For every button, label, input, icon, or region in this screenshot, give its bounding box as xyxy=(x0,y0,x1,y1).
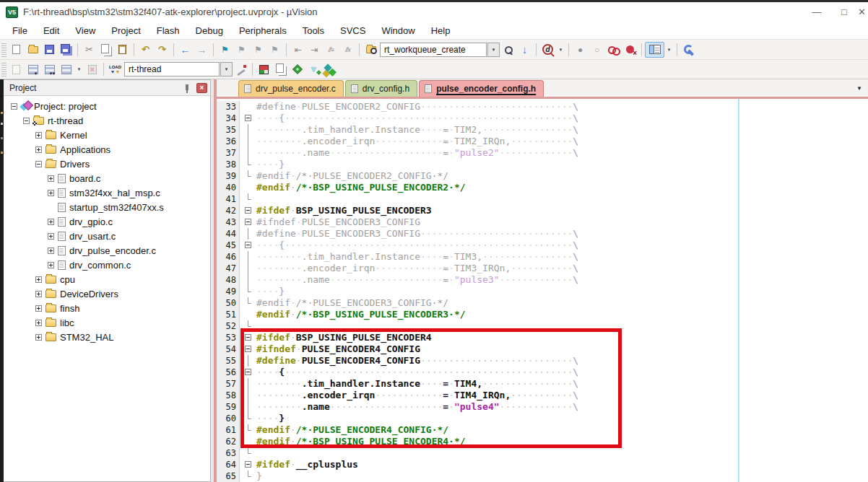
pack-diamond-button[interactable] xyxy=(289,61,305,77)
expand-icon[interactable] xyxy=(48,219,54,225)
tree-item-drv-pulse-encoder-c[interactable]: drv_pulse_encoder.c xyxy=(4,243,210,258)
save-button[interactable] xyxy=(41,42,58,58)
code-line-60[interactable]: 60····} xyxy=(217,413,868,424)
pin-icon[interactable] xyxy=(183,83,194,93)
save-all-button[interactable] xyxy=(58,42,74,58)
unindent-button[interactable]: ⇤ xyxy=(290,42,306,58)
minimize-button[interactable]: — xyxy=(803,4,830,21)
tree-item-rt-thread[interactable]: rt-thread xyxy=(4,113,210,128)
navigate-back-button[interactable]: ← xyxy=(177,42,194,58)
new-file-button[interactable] xyxy=(8,42,25,58)
code-line-65[interactable]: 65} xyxy=(217,470,868,482)
paste-button[interactable] xyxy=(114,42,131,58)
target-combo-dropdown[interactable]: ▼ xyxy=(220,62,233,76)
search-function-combo[interactable]: rt_workqueue_create xyxy=(380,43,487,57)
code-line-51[interactable]: 51#endif·/*·BSP_USING_PULSE_ENCODER3·*/ xyxy=(217,309,868,320)
collapse-icon[interactable] xyxy=(23,118,30,124)
code-line-41[interactable]: 41 xyxy=(217,193,868,205)
find-in-files-button[interactable] xyxy=(363,42,379,58)
tree-item-devicedrivers[interactable]: DeviceDrivers xyxy=(4,286,210,301)
pack-diamonds-button[interactable] xyxy=(322,61,339,77)
menu-peripherals[interactable]: Peripherals xyxy=(231,23,295,38)
incremental-find-button[interactable]: ↓ xyxy=(516,42,533,58)
stop-build-button[interactable] xyxy=(84,61,100,77)
toolbar-grip[interactable] xyxy=(1,43,6,57)
close-button[interactable]: ✕ xyxy=(858,4,868,21)
code-line-48[interactable]: 48········.name····················=·"pu… xyxy=(217,274,868,286)
code-line-64[interactable]: 64#ifdef·__cplusplus xyxy=(217,459,868,470)
undo-button[interactable]: ↶ xyxy=(137,42,154,58)
code-line-34[interactable]: 34····{·································… xyxy=(217,113,868,124)
fold-collapse-icon[interactable] xyxy=(240,459,256,470)
indent-button[interactable]: ⇥ xyxy=(306,42,323,58)
panel-close-button[interactable]: × xyxy=(196,83,207,93)
collapse-icon[interactable] xyxy=(35,161,42,167)
code-line-61[interactable]: 61#endif·/*·PULSE_ENCODER4_CONFIG·*/ xyxy=(217,424,868,436)
code-line-57[interactable]: 57········.tim_handler.Instance····=·TIM… xyxy=(217,378,868,390)
uncomment-button[interactable]: //x xyxy=(339,42,356,58)
menu-edit[interactable]: Edit xyxy=(35,23,67,38)
code-line-52[interactable]: 52 xyxy=(217,320,868,332)
code-line-59[interactable]: 59········.name····················=·"pu… xyxy=(217,401,868,413)
breakpoint-enable-all-button[interactable] xyxy=(605,42,622,58)
tree-item-drv-usart-c[interactable]: drv_usart.c xyxy=(4,229,210,243)
expand-icon[interactable] xyxy=(35,291,42,297)
code-line-42[interactable]: 42#ifdef·BSP_USING_PULSE_ENCODER3 xyxy=(217,205,868,216)
fold-collapse-icon[interactable] xyxy=(240,113,256,124)
tree-item-kernel[interactable]: Kernel xyxy=(4,128,210,142)
code-line-62[interactable]: 62#endif·/*·BSP_USING_PULSE_ENCODER4·*/ xyxy=(217,436,868,447)
caret-dropdown[interactable]: ▼ xyxy=(74,61,84,77)
expand-icon[interactable] xyxy=(48,175,54,182)
code-line-38[interactable]: 38····} xyxy=(217,159,868,170)
comment-button[interactable]: //≡ xyxy=(323,42,339,58)
rebuild-button[interactable] xyxy=(41,61,58,77)
menu-window[interactable]: Window xyxy=(373,23,422,38)
code-line-39[interactable]: 39#endif·/*·PULSE_ENCODER2_CONFIG·*/ xyxy=(217,170,868,182)
expand-icon[interactable] xyxy=(48,190,54,196)
code-line-36[interactable]: 36········.encoder_irqn············=·TIM… xyxy=(217,136,868,147)
expand-icon[interactable] xyxy=(35,334,42,341)
panel-splitter[interactable] xyxy=(211,79,217,482)
tab-pulse-encoder-config-h[interactable]: pulse_encoder_config.h xyxy=(419,80,544,97)
navigate-forward-button[interactable]: → xyxy=(194,42,210,58)
menu-svcs[interactable]: SVCS xyxy=(332,23,373,38)
code-line-53[interactable]: 53#ifdef·BSP_USING_PULSE_ENCODER4 xyxy=(217,332,868,343)
code-line-37[interactable]: 37········.name····················=·"pu… xyxy=(217,147,868,159)
caret-dropdown[interactable]: ▼ xyxy=(664,42,674,58)
debug-session-button[interactable]: d xyxy=(539,42,556,58)
tree-item-startup-stm32f407xx-s[interactable]: startup_stm32f407xx.s xyxy=(4,200,210,214)
tree-item-board-c[interactable]: board.c xyxy=(4,171,210,185)
tree-item-stm32f4xx-hal-msp-c[interactable]: stm32f4xx_hal_msp.c xyxy=(4,185,210,200)
expand-icon[interactable] xyxy=(35,146,42,153)
fold-collapse-icon[interactable] xyxy=(240,367,256,378)
build-button[interactable] xyxy=(25,61,41,77)
fold-collapse-icon[interactable] xyxy=(240,343,256,355)
menu-debug[interactable]: Debug xyxy=(188,23,231,38)
find-text-button[interactable] xyxy=(500,42,516,58)
tab-drv-config-h[interactable]: drv_config.h xyxy=(345,80,417,97)
code-line-45[interactable]: 45····{·································… xyxy=(217,240,868,251)
expand-icon[interactable] xyxy=(35,305,42,312)
code-line-43[interactable]: 43#ifndef·PULSE_ENCODER3_CONFIG xyxy=(217,216,868,228)
code-line-47[interactable]: 47········.encoder_irqn············=·TIM… xyxy=(217,263,868,274)
tree-item-cpu[interactable]: cpu xyxy=(4,272,210,286)
code-line-50[interactable]: 50#endif·/*·PULSE_ENCODER3_CONFIG·*/ xyxy=(217,297,868,309)
code-line-40[interactable]: 40#endif·/*·BSP_USING_PULSE_ENCODER2·*/ xyxy=(217,182,868,193)
toolbar-grip-2[interactable] xyxy=(1,62,6,76)
prev-bookmark-button[interactable]: ⚑ xyxy=(233,42,250,58)
tree-item-drv-gpio-c[interactable]: drv_gpio.c xyxy=(4,214,210,229)
target-select-combo[interactable]: rt-thread xyxy=(124,62,220,76)
code-line-46[interactable]: 46········.tim_handler.Instance····=·TIM… xyxy=(217,251,868,263)
window-layout-button[interactable] xyxy=(645,42,664,58)
code-line-33[interactable]: 33#define·PULSE_ENCODER2_CONFIG·········… xyxy=(217,101,868,113)
breakpoint-kill-all-button[interactable] xyxy=(622,42,638,58)
manage-project-items-button[interactable] xyxy=(256,61,272,77)
menu-flash[interactable]: Flash xyxy=(149,23,188,38)
expand-icon[interactable] xyxy=(48,247,54,254)
menu-view[interactable]: View xyxy=(67,23,103,38)
code-line-35[interactable]: 35········.tim_handler.Instance····=·TIM… xyxy=(217,124,868,136)
maximize-button[interactable]: □ xyxy=(830,4,858,21)
multi-window-button[interactable] xyxy=(272,61,289,77)
breakpoint-disable-button[interactable]: ○ xyxy=(589,42,605,58)
expand-icon[interactable] xyxy=(35,320,42,326)
